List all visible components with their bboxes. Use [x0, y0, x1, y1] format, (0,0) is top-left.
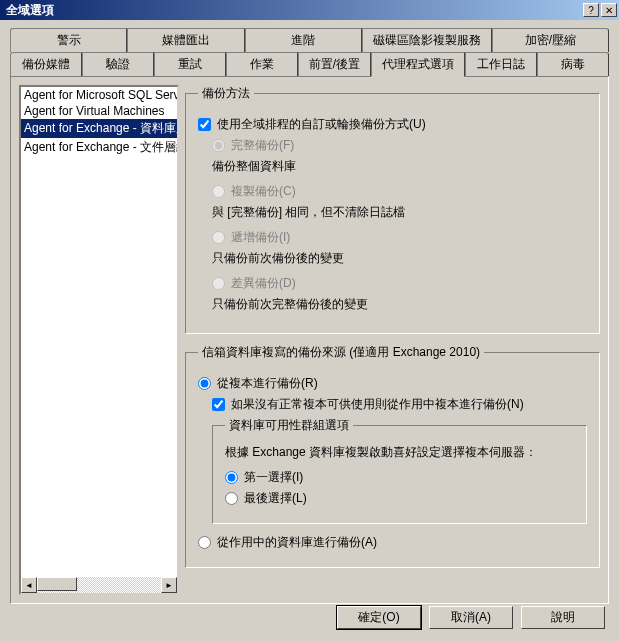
- tab-panel: Agent for Microsoft SQL ServerAgent for …: [10, 76, 609, 604]
- last-choice-label[interactable]: 最後選擇(L): [244, 490, 307, 507]
- from-active-radio[interactable]: [198, 536, 211, 549]
- scroll-left-arrow[interactable]: ◄: [21, 577, 37, 593]
- tab-3-row2[interactable]: 作業: [226, 52, 298, 76]
- tab-2-row2[interactable]: 重試: [154, 52, 226, 76]
- agent-item[interactable]: Agent for Virtual Machines: [21, 103, 177, 119]
- diff-backup-desc: 只備份前次完整備份後的變更: [212, 296, 587, 313]
- backup-method-group: 備份方法 使用全域排程的自訂或輪換備份方式(U) 完整備份(F) 備份整個資料庫…: [185, 85, 600, 334]
- use-global-label[interactable]: 使用全域排程的自訂或輪換備份方式(U): [217, 116, 426, 133]
- title-bar: 全域選項 ? ✕: [0, 0, 619, 20]
- incr-backup-label: 遞增備份(I): [231, 229, 290, 246]
- dag-options-desc: 根據 Exchange 資料庫複製啟動喜好設定選擇複本伺服器：: [225, 444, 574, 461]
- scroll-right-arrow[interactable]: ►: [161, 577, 177, 593]
- scroll-thumb[interactable]: [37, 577, 77, 591]
- full-backup-desc: 備份整個資料庫: [212, 158, 587, 175]
- window-title: 全域選項: [2, 2, 581, 19]
- agent-list[interactable]: Agent for Microsoft SQL ServerAgent for …: [19, 85, 179, 595]
- dag-options-group: 資料庫可用性群組選項 根據 Exchange 資料庫複製啟動喜好設定選擇複本伺服…: [212, 417, 587, 524]
- from-replica-radio[interactable]: [198, 377, 211, 390]
- fallback-active-checkbox[interactable]: [212, 398, 225, 411]
- copy-backup-label: 複製備份(C): [231, 183, 296, 200]
- dialog-buttons: 確定(O) 取消(A) 說明: [337, 606, 605, 629]
- from-active-label[interactable]: 從作用中的資料庫進行備份(A): [217, 534, 377, 551]
- dag-options-legend: 資料庫可用性群組選項: [225, 417, 353, 434]
- tab-7-row2[interactable]: 病毒: [537, 52, 609, 76]
- use-global-checkbox[interactable]: [198, 118, 211, 131]
- tab-0-row2[interactable]: 備份媒體: [10, 52, 82, 76]
- diff-backup-label: 差異備份(D): [231, 275, 296, 292]
- tabs: 警示媒體匯出進階磁碟區陰影複製服務加密/壓縮 備份媒體驗證重試作業前置/後置代理…: [10, 28, 609, 604]
- tab-1-row1[interactable]: 媒體匯出: [127, 28, 244, 52]
- first-choice-label[interactable]: 第一選擇(I): [244, 469, 303, 486]
- close-button[interactable]: ✕: [601, 3, 617, 17]
- full-backup-label: 完整備份(F): [231, 137, 294, 154]
- fallback-active-label[interactable]: 如果沒有正常複本可供使用則從作用中複本進行備份(N): [231, 396, 524, 413]
- backup-method-legend: 備份方法: [198, 85, 254, 102]
- tab-2-row1[interactable]: 進階: [245, 28, 362, 52]
- dialog-body: 警示媒體匯出進階磁碟區陰影複製服務加密/壓縮 備份媒體驗證重試作業前置/後置代理…: [0, 20, 619, 641]
- diff-backup-radio: [212, 277, 225, 290]
- tab-4-row1[interactable]: 加密/壓縮: [492, 28, 609, 52]
- copy-backup-radio: [212, 185, 225, 198]
- copy-backup-desc: 與 [完整備份] 相同，但不清除日誌檔: [212, 204, 587, 221]
- from-replica-label[interactable]: 從複本進行備份(R): [217, 375, 318, 392]
- tab-1-row2[interactable]: 驗證: [82, 52, 154, 76]
- options-pane: 備份方法 使用全域排程的自訂或輪換備份方式(U) 完整備份(F) 備份整個資料庫…: [185, 85, 600, 595]
- full-backup-radio: [212, 139, 225, 152]
- replication-source-legend: 信箱資料庫複寫的備份來源 (僅適用 Exchange 2010): [198, 344, 484, 361]
- agent-item[interactable]: Agent for Microsoft SQL Server: [21, 87, 177, 103]
- help-button[interactable]: ?: [583, 3, 599, 17]
- scroll-track[interactable]: [37, 577, 161, 593]
- incr-backup-radio: [212, 231, 225, 244]
- incr-backup-desc: 只備份前次備份後的變更: [212, 250, 587, 267]
- help-button[interactable]: 說明: [521, 606, 605, 629]
- agent-item[interactable]: Agent for Exchange - 資料庫層: [21, 119, 177, 138]
- agent-item[interactable]: Agent for Exchange - 文件層級: [21, 138, 177, 157]
- tab-6-row2[interactable]: 工作日誌: [465, 52, 537, 76]
- tab-0-row1[interactable]: 警示: [10, 28, 127, 52]
- horizontal-scrollbar[interactable]: ◄ ►: [21, 577, 177, 593]
- last-choice-radio[interactable]: [225, 492, 238, 505]
- tab-3-row1[interactable]: 磁碟區陰影複製服務: [362, 28, 492, 52]
- ok-button[interactable]: 確定(O): [337, 606, 421, 629]
- tab-5-row2[interactable]: 代理程式選項: [371, 52, 465, 77]
- tab-4-row2[interactable]: 前置/後置: [298, 52, 371, 76]
- cancel-button[interactable]: 取消(A): [429, 606, 513, 629]
- first-choice-radio[interactable]: [225, 471, 238, 484]
- replication-source-group: 信箱資料庫複寫的備份來源 (僅適用 Exchange 2010) 從複本進行備份…: [185, 344, 600, 568]
